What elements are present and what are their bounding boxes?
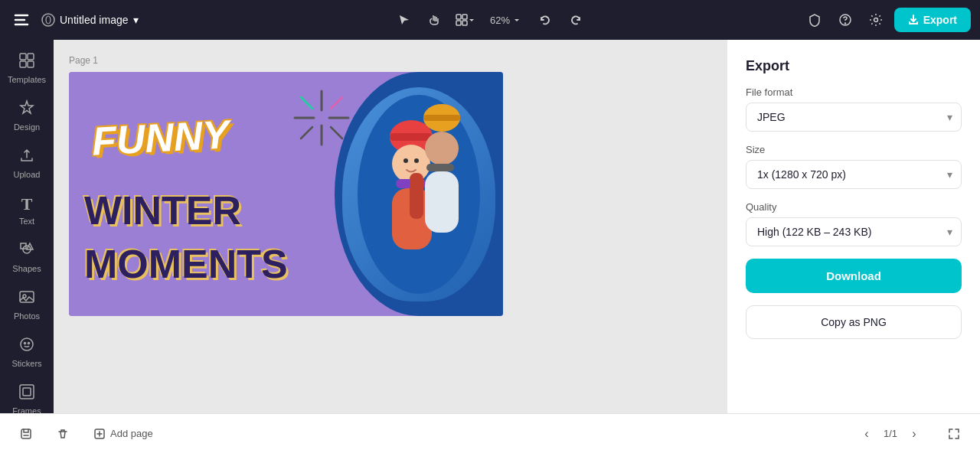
svg-rect-15 <box>28 61 34 67</box>
settings-button[interactable] <box>864 8 888 32</box>
svg-rect-23 <box>20 385 34 399</box>
export-title: Export <box>746 58 962 74</box>
page-label: Page 1 <box>69 55 712 66</box>
svg-point-11 <box>874 18 877 22</box>
export-button[interactable]: Export <box>894 8 971 32</box>
svg-rect-12 <box>20 54 26 60</box>
svg-rect-37 <box>423 115 460 121</box>
sidebar-item-frames[interactable]: Frames <box>3 377 51 413</box>
sidebar-item-photos-label: Photos <box>14 311 40 321</box>
svg-rect-43 <box>426 164 454 171</box>
export-panel: Export File format JPEG PNG PDF SVG GIF … <box>727 40 980 413</box>
svg-point-41 <box>414 158 419 163</box>
svg-rect-45 <box>425 171 459 233</box>
sidebar-item-templates[interactable]: Templates <box>3 46 51 90</box>
file-format-field: File format JPEG PNG PDF SVG GIF MP4 ▾ <box>746 86 962 132</box>
sidebar-item-text-label: Text <box>19 217 34 226</box>
svg-rect-24 <box>23 388 31 396</box>
svg-line-29 <box>301 97 312 109</box>
svg-line-30 <box>331 127 342 139</box>
size-field: Size 1x (1280 x 720 px) 2x (2560 x 1440 … <box>746 144 962 189</box>
prev-page-button[interactable]: ‹ <box>856 423 877 445</box>
sidebar-item-design[interactable]: Design <box>3 93 51 138</box>
svg-rect-5 <box>456 15 461 19</box>
shield-icon-button[interactable] <box>802 8 827 32</box>
quality-label: Quality <box>746 201 962 213</box>
svg-rect-46 <box>410 173 423 219</box>
add-page-button[interactable]: Add page <box>86 423 161 445</box>
logo <box>9 8 34 32</box>
sidebar-item-design-label: Design <box>14 122 40 132</box>
zoom-level: 62% <box>490 15 510 26</box>
canvas-frame: 🎀 FUNNY WINTER MOMENTS <box>69 72 503 316</box>
sidebar-item-upload[interactable]: Upload <box>3 141 51 185</box>
svg-point-19 <box>23 295 26 298</box>
sidebar-item-text[interactable]: T Text <box>3 188 51 232</box>
svg-point-40 <box>403 158 408 163</box>
moments-text: MOMENTS <box>84 244 288 284</box>
copy-png-button[interactable]: Copy as PNG <box>746 305 962 339</box>
file-format-select[interactable]: JPEG PNG PDF SVG GIF MP4 <box>746 103 962 132</box>
view-options-button[interactable] <box>453 8 478 32</box>
file-format-label: File format <box>746 86 962 98</box>
svg-rect-6 <box>462 15 467 19</box>
svg-rect-14 <box>20 61 26 67</box>
title-chevron: ▾ <box>133 14 139 26</box>
svg-rect-8 <box>462 21 467 25</box>
download-button[interactable]: Download <box>746 259 962 293</box>
funny-text: FUNNY <box>91 114 230 161</box>
sidebar-item-upload-label: Upload <box>14 170 41 179</box>
redo-button[interactable] <box>564 8 588 32</box>
size-select[interactable]: 1x (1280 x 720 px) 2x (2560 x 1440 px) C… <box>746 160 962 189</box>
winter-text: WINTER <box>84 191 241 230</box>
help-button[interactable] <box>833 8 858 32</box>
sidebar-item-stickers-label: Stickers <box>11 359 41 368</box>
svg-rect-13 <box>28 54 34 60</box>
sidebar-item-stickers[interactable]: Stickers <box>3 330 51 374</box>
file-title-area[interactable]: Untitled image ▾ <box>41 13 139 27</box>
svg-line-31 <box>331 97 342 109</box>
fullscreen-button[interactable] <box>940 423 968 445</box>
zoom-control[interactable]: 62% <box>484 11 527 29</box>
hand-tool-button[interactable] <box>423 8 447 32</box>
next-page-button[interactable]: › <box>903 423 925 445</box>
file-title: Untitled image <box>60 14 129 26</box>
save-to-device-button[interactable] <box>12 423 40 445</box>
quality-select[interactable]: Low Medium High (122 KB – 243 KB) Maximu… <box>746 217 962 246</box>
svg-rect-7 <box>456 21 461 25</box>
svg-rect-47 <box>21 429 31 438</box>
svg-line-32 <box>301 127 312 139</box>
svg-point-4 <box>46 16 51 24</box>
svg-point-10 <box>844 23 845 24</box>
delete-button[interactable] <box>49 423 77 445</box>
svg-point-22 <box>28 343 30 344</box>
svg-point-39 <box>425 132 459 165</box>
size-label: Size <box>746 144 962 155</box>
svg-rect-35 <box>390 133 433 141</box>
svg-point-21 <box>24 343 26 344</box>
quality-field: Quality Low Medium High (122 KB – 243 KB… <box>746 201 962 246</box>
undo-button[interactable] <box>533 8 557 32</box>
sidebar-item-shapes[interactable]: Shapes <box>3 235 51 279</box>
sidebar-item-shapes-label: Shapes <box>12 264 41 273</box>
page-counter: 1/1 <box>884 428 897 439</box>
add-page-label: Add page <box>110 428 153 439</box>
sidebar-item-photos[interactable]: Photos <box>3 282 51 327</box>
svg-point-20 <box>21 338 33 350</box>
select-tool-button[interactable] <box>392 8 416 32</box>
sidebar-item-templates-label: Templates <box>8 75 46 84</box>
sidebar-item-frames-label: Frames <box>12 406 41 413</box>
photo-blob <box>335 72 503 316</box>
